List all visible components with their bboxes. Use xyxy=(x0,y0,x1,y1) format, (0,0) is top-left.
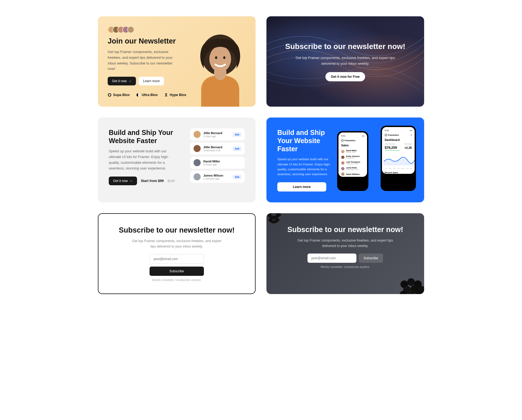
user-item: James Wilson 2 minutes ago $39 xyxy=(190,171,245,183)
price-from: Start from $99 xyxy=(141,179,164,183)
get-it-now-free-button[interactable]: Get it now for Free xyxy=(325,72,365,81)
arrow-right-icon: → xyxy=(128,79,132,83)
build-ship-card-blue: Build and Ship Your Website Faster Speed… xyxy=(266,118,424,202)
get-it-now-button[interactable]: Get it now → xyxy=(108,77,136,85)
user-name: Jillie Bernard xyxy=(203,131,230,135)
card-title: Subscribe to our newsletter now! xyxy=(285,42,405,51)
user-time: Yesterday 9.28 xyxy=(203,149,230,152)
card-desc: Get top Framer components, exclusive fre… xyxy=(295,55,396,67)
phone-sales: 9:41••• Frameblox Sales David MillerToda… xyxy=(337,131,368,191)
recent-sales-label: Recent sales xyxy=(382,169,415,174)
user-item: Jillie Bernard Yesterday 9.28 $39 xyxy=(190,143,245,155)
user-name: James Wilson xyxy=(203,174,230,177)
spiral-3d-icon xyxy=(266,213,284,228)
phone-list-item: Lisa ThompsonYesterday, 17:56 xyxy=(338,160,367,166)
phone-mockups: 9:41••• Frameblox Sales David MillerToda… xyxy=(337,128,413,192)
subscribe-button[interactable]: Subscribe xyxy=(359,254,383,263)
phone-list-item: Emily JohnsonToday, 6:49 xyxy=(338,154,367,160)
price-badge: $39 xyxy=(233,132,241,137)
learn-more-button[interactable]: Learn more xyxy=(277,182,326,192)
circle-icon xyxy=(108,93,111,97)
avatar xyxy=(194,131,201,138)
price-badge: $39 xyxy=(233,146,241,151)
card-title: Build and Ship Your Website Faster xyxy=(277,128,332,153)
subscribe-card-dark-gradient: Subscribe to our newsletter now! Get top… xyxy=(266,213,424,294)
phone-list-item: Sarah Williams xyxy=(338,171,367,177)
card-title: Subscribe to our newsletter now! xyxy=(287,225,403,234)
phone-list-item: David MillerToday, 10:49 xyxy=(338,149,367,154)
card-desc: Speed up your website build with our ult… xyxy=(109,149,179,171)
user-time: 2 minutes ago xyxy=(203,177,230,180)
phone-list-item: Laura DavisYesterday, 10:34 xyxy=(338,166,367,171)
price-badge: $39 xyxy=(233,175,241,179)
brand-supa-blox: Supa Blox xyxy=(108,93,130,97)
brand-ultra-blox: Ultra Blox xyxy=(136,93,158,97)
newsletter-card-peach: Join our Newsletter Get top Framer compo… xyxy=(98,16,256,107)
user-name: David Miller xyxy=(203,160,241,163)
card-title: Subscribe to our newsletter now! xyxy=(119,226,235,234)
phone-section-title: Dashboard xyxy=(382,137,415,143)
avatar-group xyxy=(108,26,246,33)
card-desc: Speed up your website build with our ult… xyxy=(277,157,332,177)
avatar xyxy=(127,26,134,33)
svg-point-10 xyxy=(407,278,415,286)
user-name: Jillie Bernard xyxy=(203,146,230,149)
svg-point-8 xyxy=(385,134,387,136)
card-title: Build and Ship Your Website Faster xyxy=(109,128,183,145)
spheres-3d-icon xyxy=(397,276,424,294)
svg-point-7 xyxy=(341,140,343,141)
price-old: $129 xyxy=(167,179,175,183)
avatar xyxy=(194,145,201,152)
card-desc: Get top Framer components, exclusive fre… xyxy=(108,49,176,72)
svg-point-0 xyxy=(108,94,111,96)
user-item: David Miller 6 hours ago xyxy=(190,157,245,169)
subscribe-button[interactable]: Subscribe xyxy=(150,267,204,276)
learn-more-button[interactable]: Learn more xyxy=(139,77,164,85)
card-desc: Get top Framer components, exclusive fre… xyxy=(295,238,396,249)
newsletter-note: Weekly newsletter. Unsubscribe anytime. xyxy=(321,265,370,268)
menu-icon: ≡ xyxy=(411,134,412,136)
arrow-right-icon: → xyxy=(129,179,133,183)
subscribe-card-white-outline: Subscribe to our newsletter now! Get top… xyxy=(98,213,256,294)
avatar xyxy=(194,173,201,180)
user-list: Jillie Bernard 2 days ago $39 Jillie Ber… xyxy=(190,128,245,192)
phone-section-title: Sales xyxy=(338,143,367,149)
phone-dashboard: 9:41••• Frameblox ≡ Dashboard Total Reve… xyxy=(381,126,416,191)
hourglass-icon xyxy=(164,93,168,97)
build-ship-card-gray: Build and Ship Your Website Faster Speed… xyxy=(98,118,256,202)
newsletter-card-dark-wave: Subscribe to our newsletter now! Get top… xyxy=(266,16,424,107)
brand-hype-blox: Hype Blox xyxy=(164,93,186,97)
newsletter-note: Weekly newsletter. Unsubscribe anytime. xyxy=(152,279,201,282)
get-it-now-button[interactable]: Get it now → xyxy=(109,177,137,185)
revenue-value: $78,259 xyxy=(385,146,400,150)
user-time: 2 days ago xyxy=(203,135,230,138)
user-item: Jillie Bernard 2 days ago $39 xyxy=(190,128,245,140)
email-input[interactable] xyxy=(150,254,204,264)
email-input[interactable] xyxy=(307,254,356,263)
line-chart xyxy=(384,153,415,165)
user-time: 6 hours ago xyxy=(203,163,241,166)
half-circle-icon xyxy=(136,93,140,97)
card-title: Join our Newsletter xyxy=(108,37,246,45)
card-desc: Get top Framer components, exclusive fre… xyxy=(130,238,223,249)
avatar xyxy=(194,159,201,166)
